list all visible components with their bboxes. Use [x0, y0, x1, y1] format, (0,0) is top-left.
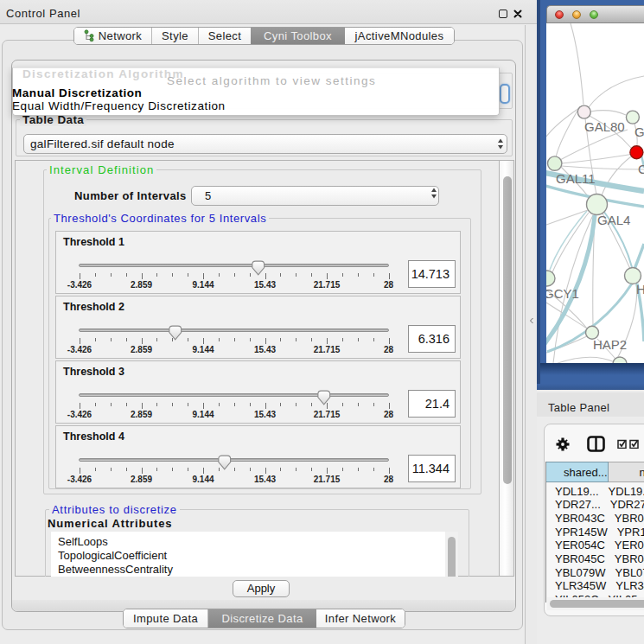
svg-text:HAP2: HAP2	[593, 337, 627, 352]
svg-text:C: C	[638, 162, 644, 176]
svg-text:GAL80: GAL80	[584, 119, 625, 134]
svg-text:GCY1: GCY1	[546, 286, 579, 301]
svg-text:H: H	[636, 282, 644, 296]
svg-text:GA: GA	[634, 124, 644, 139]
svg-text:GAL4: GAL4	[597, 213, 630, 227]
svg-text:GAL11: GAL11	[556, 171, 596, 186]
